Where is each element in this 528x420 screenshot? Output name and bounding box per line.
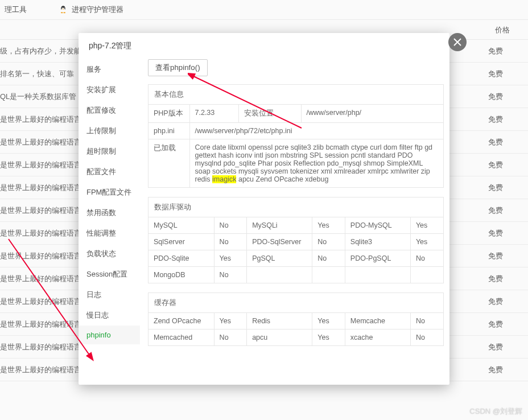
sidebar-item-12[interactable]: 慢日志 xyxy=(79,305,140,326)
table-row: Zend OPcacheYesRedisYesMemcacheNo xyxy=(148,313,443,330)
sidebar-item-7[interactable]: 禁用函数 xyxy=(79,203,140,223)
table-row: SqlServerNoPDO-SqlServerNoSqlite3Yes xyxy=(148,234,443,250)
close-icon xyxy=(453,38,461,46)
modal-title: php-7.2管理 xyxy=(79,33,449,59)
sidebar-item-11[interactable]: 日志 xyxy=(79,285,140,305)
panel-title: 数据库驱动 xyxy=(148,197,443,217)
sidebar-item-8[interactable]: 性能调整 xyxy=(79,223,140,244)
table-row: MySQLNoMySQLiYesPDO-MySQLYes xyxy=(148,217,443,234)
highlighted-ext: imagick xyxy=(212,175,236,183)
table-row: 已加载 Core date libxml openssl pcre sqlite… xyxy=(148,139,443,188)
modal-main: 查看phpinfo() 基本信息 PHP版本 7.2.33 安装位置 /www/… xyxy=(140,59,449,384)
sidebar-item-10[interactable]: Session配置 xyxy=(79,264,140,285)
table-row: php.ini /www/server/php/72/etc/php.ini xyxy=(148,123,443,139)
sidebar-item-9[interactable]: 负载状态 xyxy=(79,244,140,264)
sidebar-item-13[interactable]: phpinfo xyxy=(79,326,140,344)
cache-panel: 缓存器 Zend OPcacheYesRedisYesMemcacheNoMem… xyxy=(148,293,444,346)
sidebar-item-3[interactable]: 上传限制 xyxy=(79,121,140,141)
table-row: PDO-SqliteYesPgSQLNoPDO-PgSQLNo xyxy=(148,250,443,267)
sidebar-item-5[interactable]: 配置文件 xyxy=(79,162,140,182)
table-row: MemcachedNoapcuYesxcacheNo xyxy=(148,330,443,346)
modal-sidebar: 服务安装扩展配置修改上传限制超时限制配置文件FPM配置文件禁用函数性能调整负载状… xyxy=(79,59,140,384)
table-row: MongoDBNo xyxy=(148,267,443,283)
php-manage-modal: php-7.2管理 服务安装扩展配置修改上传限制超时限制配置文件FPM配置文件禁… xyxy=(79,33,449,385)
db-driver-table: MySQLNoMySQLiYesPDO-MySQLYesSqlServerNoP… xyxy=(148,217,443,283)
watermark: CSDN @刘登辉 xyxy=(469,406,522,417)
close-button[interactable] xyxy=(448,33,467,51)
sidebar-item-4[interactable]: 超时限制 xyxy=(79,141,140,162)
sidebar-item-2[interactable]: 配置修改 xyxy=(79,100,140,121)
basic-info-panel: 基本信息 PHP版本 7.2.33 安装位置 /www/server/php/ … xyxy=(148,84,444,188)
sidebar-item-6[interactable]: FPM配置文件 xyxy=(79,182,140,203)
loaded-extensions: Core date libxml openssl pcre sqlite3 zl… xyxy=(189,139,443,188)
sidebar-item-1[interactable]: 安装扩展 xyxy=(79,80,140,100)
panel-title: 缓存器 xyxy=(148,293,443,313)
table-row: PHP版本 7.2.33 安装位置 /www/server/php/ xyxy=(148,105,443,123)
sidebar-item-0[interactable]: 服务 xyxy=(79,59,140,80)
db-driver-panel: 数据库驱动 MySQLNoMySQLiYesPDO-MySQLYesSqlSer… xyxy=(148,197,444,283)
basic-info-table: PHP版本 7.2.33 安装位置 /www/server/php/ php.i… xyxy=(148,105,443,187)
panel-title: 基本信息 xyxy=(148,85,443,105)
cache-table: Zend OPcacheYesRedisYesMemcacheNoMemcach… xyxy=(148,313,443,345)
view-phpinfo-button[interactable]: 查看phpinfo() xyxy=(148,59,208,76)
